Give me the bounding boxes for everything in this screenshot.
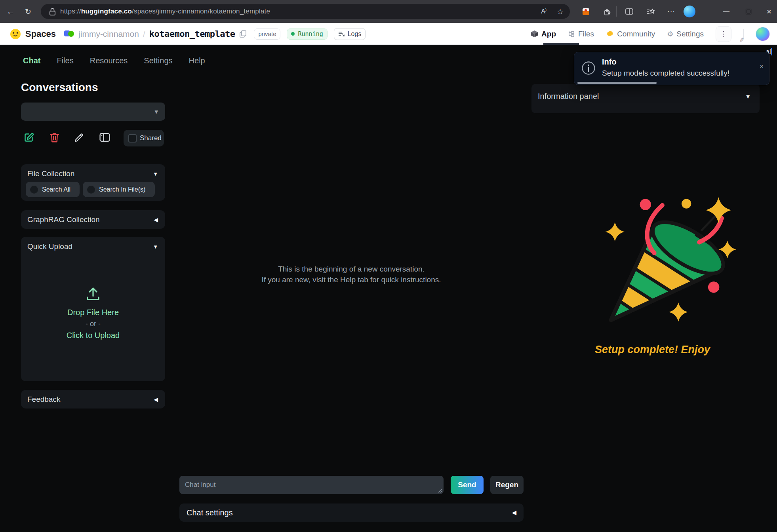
space-more-button[interactable]: ⋮ (716, 26, 731, 42)
logs-button[interactable]: Logs (334, 28, 366, 40)
chat-settings-title: Chat settings (187, 508, 233, 517)
radio-search-in-files[interactable]: Search In File(s) (83, 182, 155, 197)
owner-repo-separator: / (143, 29, 145, 39)
toggle-panel-button[interactable] (99, 131, 110, 143)
toast-message: Setup models completed successfully! (602, 69, 729, 78)
lock-icon (50, 8, 55, 15)
browser-titlebar: ← ↻ https://huggingface.co/spaces/jimmy-… (0, 0, 777, 23)
celebration-text: Setup complete! Enjoy (580, 344, 725, 356)
shared-checkbox[interactable]: Shared (124, 130, 164, 146)
empty-conversation-message: This is the beginning of a new conversat… (179, 264, 523, 285)
header-divider (60, 29, 60, 39)
toast-title: Info (602, 57, 617, 66)
space-nav-settings[interactable]: ⚙ Settings (667, 30, 704, 38)
copilot-icon[interactable] (684, 6, 695, 17)
info-icon (581, 61, 596, 75)
window-close-button[interactable]: × (761, 5, 777, 18)
space-nav-community[interactable]: Community (606, 30, 655, 38)
space-logo-icon (64, 29, 74, 39)
huggingface-logo-icon[interactable] (10, 28, 21, 40)
tab-resources[interactable]: Resources (90, 56, 128, 65)
resize-handle-icon[interactable] (437, 488, 442, 493)
collapse-down-icon: ▼ (153, 171, 158, 177)
toast-progress-bar (577, 82, 657, 84)
spaces-brand[interactable]: Spaces (25, 29, 56, 39)
collapse-down-icon: ▼ (153, 244, 158, 250)
chat-input[interactable] (179, 476, 444, 494)
url-text: https://huggingface.co/spaces/jimmy-cinn… (60, 8, 270, 15)
file-collection-title: File Collection (27, 169, 74, 178)
conversations-title: Conversations (21, 81, 98, 94)
feedback-header[interactable]: Feedback ◀ (21, 390, 165, 408)
space-nav-files[interactable]: Files (568, 30, 594, 38)
radio-circle-icon (87, 186, 95, 194)
information-panel-header[interactable]: Information panel ▼ (531, 84, 760, 101)
window-maximize-button[interactable] (741, 5, 756, 18)
regen-button[interactable]: Regen (490, 476, 524, 494)
extensions-icon[interactable] (600, 5, 614, 18)
trash-icon (50, 132, 59, 143)
huggingface-header: Spaces jimmy-cinnamon / kotaemon_templat… (0, 23, 777, 45)
favorites-bar-icon[interactable] (644, 5, 657, 18)
space-nav-app[interactable]: App (531, 30, 556, 38)
file-collection-header[interactable]: File Collection ▼ (21, 164, 165, 178)
conversation-select[interactable]: ▾ (21, 103, 165, 121)
side-panel-icon (99, 133, 110, 142)
delete-conversation-button[interactable] (48, 131, 60, 143)
toast-close-button[interactable]: × (760, 63, 764, 70)
send-button[interactable]: Send (451, 476, 484, 494)
user-avatar[interactable] (756, 27, 770, 41)
tab-files[interactable]: Files (57, 56, 73, 65)
app-tab-bar: Chat Files Resources Settings Help (23, 56, 205, 65)
collapse-left-icon: ◀ (154, 396, 158, 403)
favorite-star-icon[interactable]: ☆ (557, 7, 564, 16)
radio-circle-icon (30, 186, 38, 194)
drop-file-label: Drop File Here (21, 308, 165, 317)
tab-chat[interactable]: Chat (23, 56, 40, 65)
party-popper-image (594, 187, 739, 331)
community-hand-icon (606, 30, 614, 38)
space-repo-link[interactable]: kotaemon_template (149, 29, 235, 39)
running-status-badge[interactable]: Running (287, 28, 327, 40)
information-panel-title: Information panel (538, 92, 599, 101)
quick-upload-header[interactable]: Quick Upload ▼ (21, 237, 165, 251)
window-minimize-button[interactable]: — (718, 5, 734, 18)
collapse-left-icon: ◀ (512, 509, 516, 516)
radio-search-all-label: Search All (42, 186, 70, 193)
upload-icon (84, 284, 102, 302)
settings-more-icon[interactable]: ··· (665, 5, 678, 18)
files-tree-icon (568, 30, 575, 37)
chat-settings-header[interactable]: Chat settings ◀ (179, 504, 524, 522)
empty-line-2: If you are new, visit the Help tab for q… (179, 274, 523, 285)
new-conversation-button[interactable] (23, 131, 34, 143)
clipped-edge-bar (771, 48, 772, 55)
upload-dropzone[interactable]: Drop File Here - or - Click to Upload (21, 284, 165, 340)
copy-repo-icon[interactable] (240, 30, 247, 38)
edit-new-icon (23, 132, 34, 143)
pencil-icon (74, 132, 84, 142)
tab-settings[interactable]: Settings (144, 56, 172, 65)
radio-search-in-files-label: Search In File(s) (99, 186, 145, 193)
browser-refresh-button[interactable]: ↻ (21, 5, 35, 18)
info-toast: Info Setup models completed successfully… (574, 52, 769, 85)
radio-search-all[interactable]: Search All (26, 182, 80, 197)
graphrag-title: GraphRAG Collection (27, 215, 100, 224)
tab-help[interactable]: Help (189, 56, 205, 65)
graphrag-collection-header[interactable]: GraphRAG Collection ◀ (21, 210, 165, 229)
shared-label: Shared (140, 134, 162, 142)
active-nav-underline (543, 43, 579, 45)
space-owner-link[interactable]: jimmy-cinnamon (78, 29, 139, 39)
rename-conversation-button[interactable] (73, 131, 85, 143)
empty-line-1: This is the beginning of a new conversat… (179, 264, 523, 274)
split-screen-icon[interactable] (623, 5, 636, 18)
browser-essentials-icon[interactable] (579, 5, 592, 18)
browser-back-button[interactable]: ← (4, 5, 17, 18)
click-to-upload-link[interactable]: Click to Upload (21, 331, 165, 340)
file-collection-panel: File Collection ▼ Search All Search In F… (21, 164, 165, 201)
logs-icon (338, 31, 345, 37)
chevron-down-icon: ▾ (154, 108, 158, 116)
feedback-title: Feedback (27, 395, 60, 404)
quick-upload-panel: Quick Upload ▼ Drop File Here - or - Cli… (21, 237, 165, 381)
address-bar[interactable]: https://huggingface.co/spaces/jimmy-cinn… (41, 4, 570, 19)
read-aloud-icon[interactable]: A) (541, 8, 547, 15)
